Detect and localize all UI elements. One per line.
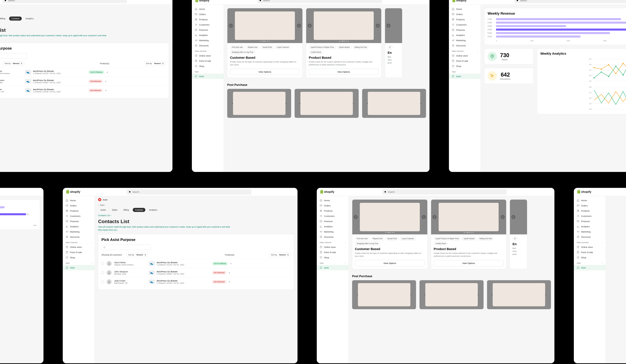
prev-arrow-right[interactable]: ›: [297, 24, 301, 28]
nav-analytics[interactable]: Analytics: [317, 224, 349, 229]
chip-tag[interactable]: Selling Out Fast: [478, 237, 494, 241]
nav-online-store[interactable]: Online store: [63, 244, 94, 250]
tab-billing[interactable]: Billing: [121, 208, 131, 212]
nav-customers[interactable]: Customers: [192, 22, 224, 27]
prev-arrow-right[interactable]: ›: [285, 102, 286, 105]
nav-products[interactable]: Products: [317, 208, 349, 213]
nav-section-apps[interactable]: Apps›: [449, 69, 481, 74]
nav-point-of-sale[interactable]: Point of sale: [317, 250, 349, 255]
caret-down-icon[interactable]: ▾: [105, 80, 106, 83]
nav-marketing[interactable]: Marketing: [449, 38, 481, 43]
global-search[interactable]: Search: [257, 0, 382, 3]
caret-down-icon[interactable]: ▾: [107, 71, 108, 74]
nav-customers[interactable]: Customers: [449, 22, 481, 27]
nav-asist[interactable]: Asist: [317, 265, 349, 270]
preview-tile[interactable]: ‹›: [362, 89, 426, 118]
nav-asist[interactable]: Asist: [574, 265, 606, 270]
contact-row[interactable]: John SimpsonMumbai, India 👟 AeroPress Go…: [0, 77, 166, 86]
nav-section-apps[interactable]: Apps›: [574, 260, 606, 265]
chip-tag[interactable]: Social Proof: [386, 237, 399, 241]
nav-point-of-sale[interactable]: Point of sale: [63, 250, 94, 255]
tab-contacts[interactable]: Contacts: [9, 17, 22, 21]
sort-dropdown[interactable]: Sort by Newest ⇅: [126, 253, 148, 257]
contact-row[interactable]: John SimpsonMumbai, India 👟 AeroPress Go…: [101, 268, 291, 277]
nav-orders[interactable]: Orders: [574, 203, 606, 208]
chip-tag[interactable]: Social Proof: [261, 45, 274, 49]
nav-home[interactable]: Home: [449, 6, 481, 12]
nav-marketing[interactable]: Marketing: [317, 229, 349, 234]
nav-marketing[interactable]: Marketing: [574, 229, 606, 234]
nav-discounts[interactable]: Discounts: [574, 234, 606, 240]
breadcrumb-contacts[interactable]: Contacts List ›: [95, 212, 298, 217]
nav-online-store[interactable]: Online store: [574, 244, 606, 250]
nav-marketing[interactable]: Marketing: [192, 38, 224, 43]
prev-arrow-right[interactable]: ›: [422, 215, 426, 219]
nav-section-sales[interactable]: Sales channels›: [574, 240, 606, 244]
contact-row[interactable]: Sara ParkerVirginia, North America 👟 Aer…: [101, 259, 291, 268]
prev-arrow-right[interactable]: ›: [376, 24, 380, 28]
nav-shop[interactable]: Shop: [317, 255, 349, 260]
global-search[interactable]: Search: [2, 0, 127, 3]
nav-section-apps[interactable]: Apps›: [63, 260, 94, 265]
prev-arrow-left[interactable]: ‹: [354, 215, 358, 219]
nav-customers[interactable]: Customers: [317, 213, 349, 219]
nav-orders[interactable]: Orders: [192, 12, 224, 17]
breadcrumb-back[interactable]: ‹ Apps: [95, 203, 298, 206]
nav-discounts[interactable]: Discounts: [317, 234, 349, 240]
tab-analytics[interactable]: Analytics: [147, 208, 159, 212]
preview-tile[interactable]: ‹›: [420, 280, 483, 309]
nav-section-apps[interactable]: Apps›: [317, 260, 349, 265]
nav-shop[interactable]: Shop: [449, 64, 481, 69]
nav-finances[interactable]: Finances: [449, 27, 481, 33]
nav-section-sales[interactable]: Sales channels›: [192, 48, 224, 53]
chip-tag[interactable]: Shopping After A Long Time: [355, 242, 380, 245]
nav-point-of-sale[interactable]: Point of sale: [574, 250, 606, 255]
caret-down-icon[interactable]: ▾: [230, 262, 232, 265]
contact-row[interactable]: Sara ParkerVirginia, North America 👟 Aer…: [0, 68, 166, 77]
nav-asist[interactable]: Asist: [63, 265, 94, 270]
tab-styles[interactable]: Styles: [110, 208, 120, 212]
nav-customers[interactable]: Customers: [574, 213, 606, 219]
preview-tile[interactable]: ‹›: [487, 280, 551, 309]
view-options-button[interactable]: View Options: [309, 69, 379, 75]
nav-section-sales[interactable]: Sales channels›: [449, 48, 481, 53]
chip-tag[interactable]: Shopping After A Long Time: [230, 50, 255, 54]
view-options-button[interactable]: View Options: [355, 260, 425, 266]
nav-finances[interactable]: Finances: [574, 219, 606, 224]
nav-online-store[interactable]: Online store: [449, 53, 481, 58]
chip-tag[interactable]: Loyal Customer: [275, 45, 291, 49]
nav-home[interactable]: Home: [317, 198, 349, 203]
chip-tag[interactable]: First time user: [355, 237, 370, 241]
nav-shop[interactable]: Shop: [574, 255, 606, 260]
global-search[interactable]: Search: [127, 189, 251, 195]
nav-analytics[interactable]: Analytics: [192, 33, 224, 38]
nav-analytics[interactable]: Analytics: [574, 224, 606, 229]
prev-arrow-right[interactable]: ›: [501, 215, 505, 219]
chip-tag[interactable]: Limited Stock: [309, 50, 323, 54]
chip-tag[interactable]: Selling Out Fast: [353, 45, 369, 49]
caret-down-icon[interactable]: ▾: [229, 271, 230, 274]
card-preview[interactable]: ‹ ›: [431, 200, 506, 234]
card-preview[interactable]: ‹ ›: [227, 8, 302, 43]
nav-products[interactable]: Products: [63, 208, 94, 213]
nav-finances[interactable]: Finances: [63, 219, 94, 224]
tab-contacts[interactable]: Contacts: [133, 208, 145, 212]
view-options-button[interactable]: View Options: [230, 69, 300, 75]
nav-analytics[interactable]: Analytics: [449, 33, 481, 38]
tab-billing[interactable]: Billing: [0, 17, 8, 21]
nav-home[interactable]: Home: [63, 198, 94, 203]
chip-tag[interactable]: Limited Stock: [434, 242, 448, 245]
prev-arrow-left[interactable]: ‹: [232, 102, 233, 105]
caret-down-icon[interactable]: ▾: [105, 89, 106, 92]
nav-section-apps[interactable]: Apps›: [192, 69, 224, 74]
sort-dropdown-2[interactable]: Sort by Newest ⇅: [269, 253, 291, 257]
tab-asists[interactable]: Asists: [98, 208, 108, 212]
chip-tag[interactable]: Upsell Variant: [337, 45, 352, 49]
prev-arrow-left[interactable]: ‹: [308, 24, 312, 28]
sort-dropdown-2[interactable]: Sort by Newest ⇅: [144, 61, 166, 66]
nav-products[interactable]: Products: [449, 17, 481, 22]
filter-search[interactable]: [101, 244, 151, 250]
prev-arrow-left[interactable]: ‹: [229, 24, 233, 28]
sort-dropdown[interactable]: Sort by Newest ⇅: [3, 61, 24, 66]
preview-tile[interactable]: ‹›: [352, 280, 416, 309]
